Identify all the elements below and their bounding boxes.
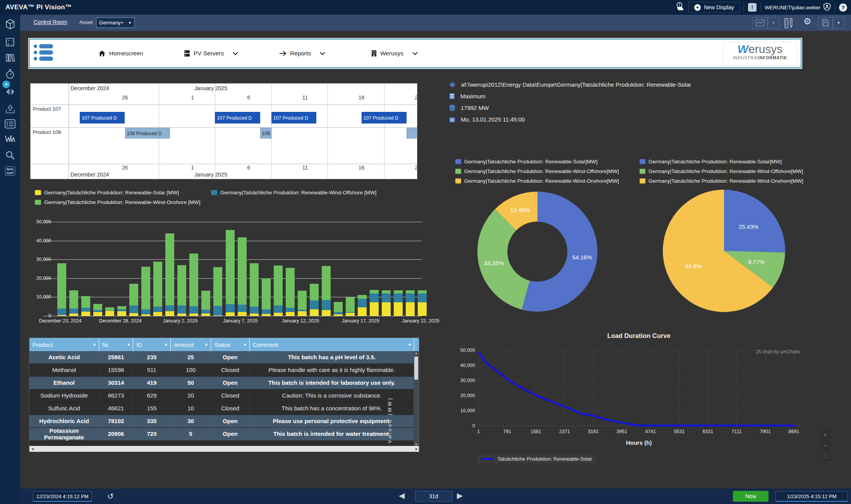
column-header-id[interactable]: ID▼ [133,338,171,351]
werusys-nav-band: Homescreen PV Servers Reports Werusys We… [29,39,801,68]
gantt-bar[interactable]: 107 Produced D [271,112,316,123]
now-button[interactable]: Now [733,491,769,502]
column-header-nr[interactable]: Nr.▼ [99,338,133,351]
ldc-plot [478,349,800,429]
start-time-input[interactable]: 12/23/2024 4:15:12 PM [33,491,92,502]
table-row[interactable]: Acetic Acid2586123525OpenThis batch has … [29,351,419,364]
trend-tool-icon[interactable] [752,17,768,29]
table-vertical-scrollbar[interactable]: ▲ ▼ [413,351,419,447]
filter-icon[interactable]: ▼ [164,343,168,347]
gantt-axis-tick: 6 [247,165,250,171]
calculation-icon[interactable]: +−x= [0,37,20,47]
filter-icon[interactable]: ▼ [127,343,130,347]
step-forward-icon[interactable]: ▶ [457,491,463,500]
zoom-in-button[interactable]: + [820,430,830,440]
gantt-bar[interactable]: 107 Produced D [80,112,125,123]
donut-legend-onshore: Germany|Tatsächliche Produktion: Renewab… [455,178,619,184]
annotate-ruler-icon[interactable] [783,18,794,30]
bar-segment [141,309,150,314]
filter-icon[interactable]: ▼ [408,343,412,347]
time-range-input[interactable]: 31d [415,491,452,502]
help-icon[interactable]: ? [839,3,847,12]
save-dropdown-icon[interactable]: ▼ [833,17,844,29]
notifications-icon[interactable]: ! [748,3,757,12]
refresh-icon[interactable]: ↺ [107,492,114,501]
step-back-icon[interactable]: ◀ [399,491,405,500]
table-row[interactable]: Methanol15598511100ClosedPlease handle w… [29,364,419,377]
bar-segment [201,314,210,316]
table-row[interactable]: Potassium Permanganate209067205OpenThis … [29,428,419,441]
stacked-bar [238,237,247,316]
filter-icon[interactable]: ▼ [204,343,208,347]
gantt-bar[interactable]: 107 Produced D [362,112,407,123]
compare-arrows-icon[interactable] [0,87,20,96]
nav-item-reports[interactable]: Reports [279,39,325,67]
trend-dropdown-icon[interactable]: ▼ [768,17,779,29]
werusys-w-icon[interactable] [0,135,20,143]
table-cell: Closed [211,389,250,402]
column-header-status[interactable]: Status▼ [211,338,250,351]
settings-gear-icon[interactable]: ⚙ [803,16,812,27]
bar-segment [238,305,247,312]
table-row[interactable]: Sodium Hydroxide8627362820ClosedCaution:… [29,389,419,402]
bar-plot [56,222,428,316]
column-header-comment[interactable]: Comment▼ [250,338,414,351]
scroll-up-icon[interactable]: ▲ [413,351,419,355]
user-menu[interactable]: WERUNET\julian.weber [765,3,831,12]
scrollbar-thumb[interactable] [414,357,418,380]
non-gxp-icon[interactable]: Non GxP [0,166,20,176]
filter-icon[interactable]: ▼ [243,343,247,347]
pie-slice-label: 9.77% [748,259,765,265]
nav-item-homescreen[interactable]: Homescreen [98,39,143,67]
legend-swatch-solar [35,190,41,195]
column-header-product[interactable]: Product▼ [29,338,99,351]
touch-mode-icon[interactable] [675,2,685,13]
events-stopwatch-icon[interactable] [0,69,20,80]
app-logo: AVEVA™ PI Vision™ [5,3,72,11]
gantt-bar[interactable]: 108 Produced D [125,128,170,139]
nav-item-werusys[interactable]: Werusys [371,39,418,67]
table-cell: Sulfuric Acid [29,402,99,415]
ldc-x-tick: 4741 [645,429,656,434]
bar-segment [129,305,138,313]
zoom-fit-button[interactable]: ⛶ [820,451,830,461]
save-icon[interactable] [818,17,833,29]
ldc-legend[interactable]: Tatsächliche Produktion: Renewable-Solar [477,454,596,463]
table-row[interactable]: Hydrochloric Acid7810233530OpenPlease us… [29,415,419,428]
search-icon[interactable] [0,150,20,160]
filter-icon[interactable]: ▼ [93,343,96,347]
bar-segment [165,305,174,311]
bar-segment [69,290,78,308]
scroll-left-icon[interactable]: ◄ [31,447,34,451]
new-display-button[interactable]: + New Display [688,2,740,13]
bar-segment [129,313,138,316]
attribute-summary-type: Maximum [460,93,486,99]
home-icon [98,50,106,57]
asset-dropdown[interactable]: Germany+ ▼ [96,17,135,28]
asset-value: Germany+ [99,20,124,26]
list-icon[interactable] [0,119,20,129]
nav-item-pv-servers[interactable]: PV Servers [184,39,238,67]
zoom-out-button[interactable]: − [820,441,830,450]
gantt-bar[interactable]: 107 Produced D [215,112,260,123]
breadcrumb-control-room[interactable]: Control Room [34,19,67,25]
pie-slice[interactable] [724,190,785,252]
end-time-input[interactable]: 1/23/2025 4:15:12 PM [776,491,848,502]
gantt-bar[interactable] [407,128,417,139]
chevron-down-icon [412,52,418,55]
menu-hamburger-icon[interactable] [34,44,53,63]
library-icon[interactable] [0,53,20,63]
werusys-logo[interactable]: Werusys INDUSTRIEINFORMATIK [723,42,797,66]
table-horizontal-scrollbar[interactable]: ◄ ► [29,446,419,452]
arrow-right-icon [279,51,287,56]
export-icon[interactable] [0,104,20,114]
bar-y-tick: 50,000 [12,219,51,225]
column-header-amount[interactable]: Amount▼ [171,338,211,351]
table-row[interactable]: Ethanol3031441950OpenThis batch is inten… [29,377,419,389]
assets-cube-icon[interactable] [0,19,20,30]
attribute-value: 17992 MW [461,105,489,111]
table-row[interactable]: Sulfuric Acid4662115510ClosedThis batch … [29,402,419,415]
gantt-month-label: December 2024 [70,85,109,91]
gantt-bar[interactable]: 108 [260,128,271,139]
scroll-right-icon[interactable]: ► [415,447,419,451]
